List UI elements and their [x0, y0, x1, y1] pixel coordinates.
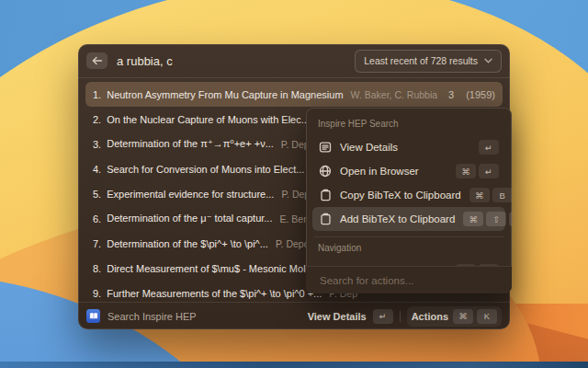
- result-authors: W. Baker, C. Rubbia: [351, 89, 438, 100]
- result-title: Determination of the $\pi^+ \to \pi^...: [107, 238, 268, 249]
- shortcut-key: K: [477, 309, 497, 324]
- shortcut-key: ⇧: [486, 212, 506, 226]
- result-citation-count: 3: [448, 89, 454, 100]
- menu-item-icon: [319, 141, 332, 154]
- inspire-hep-app-icon: [86, 309, 100, 323]
- menu-item-shortcut: ↵: [479, 140, 499, 155]
- back-button[interactable]: [86, 52, 107, 69]
- result-index: 8.: [93, 263, 101, 274]
- actions-shortcut-keys: ⌘K: [453, 309, 497, 324]
- result-index: 4.: [93, 164, 101, 175]
- result-meta: 3 (1959): [448, 89, 495, 100]
- menu-item-icon: [319, 165, 332, 178]
- result-title: Determination of the π⁺→π⁰+e+ +ν...: [107, 138, 274, 150]
- chevron-down-icon: [484, 58, 492, 63]
- menu-item-icon: [319, 189, 332, 201]
- actions-search-bar: [306, 266, 512, 293]
- menu-item-label: View Details: [340, 142, 398, 153]
- menu-section-label: Inspire HEP Search: [318, 119, 500, 129]
- search-header: a rubbia, c Least recent of 728 results: [78, 44, 510, 77]
- result-index: 5.: [93, 189, 101, 200]
- result-title: Neutron Asymmetry From Mu Capture in Mag…: [107, 89, 343, 100]
- actions-button[interactable]: Actions ⌘K: [407, 306, 502, 327]
- result-title: Experimental evidence for structure...: [107, 189, 274, 200]
- wallpaper-bottom-strip: [0, 362, 588, 368]
- footer-actions: View Details ↵ Actions ⌘K: [308, 306, 502, 327]
- primary-action-label[interactable]: View Details: [308, 311, 367, 322]
- actions-label: Actions: [412, 311, 448, 322]
- result-index: 3.: [93, 139, 101, 150]
- menu-item-label: Open in Browser: [340, 166, 419, 177]
- return-key-badge: ↵: [373, 309, 393, 324]
- menu-item[interactable]: Copy BibTeX to Clipboard ⌘B: [312, 183, 505, 207]
- result-year: (1959): [466, 89, 495, 100]
- menu-item[interactable]: View Details ↵: [312, 135, 505, 159]
- menu-section-label: Navigation: [318, 243, 500, 253]
- result-title: Direct Measurement of $\mu$ - Mesonic Mo…: [107, 263, 333, 274]
- menu-item-label: Copy BibTeX to Clipboard: [340, 190, 461, 201]
- results-sort-dropdown[interactable]: Least recent of 728 results: [355, 50, 502, 73]
- result-index: 7.: [93, 238, 101, 249]
- shortcut-key: B: [509, 212, 512, 226]
- menu-item-shortcut: ⌘B: [469, 188, 512, 202]
- footer-divider: [400, 311, 401, 322]
- dropdown-label: Least recent of 728 results: [364, 55, 478, 66]
- result-index: 9.: [93, 288, 101, 299]
- menu-item-icon: [319, 213, 332, 225]
- shortcut-key: ↵: [479, 140, 499, 155]
- window-footer: Search Inspire HEP View Details ↵ Action…: [78, 302, 510, 329]
- shortcut-key: B: [492, 188, 512, 202]
- result-index: 1.: [93, 89, 101, 100]
- result-title: On the Nuclear Capture of Muons with Ele…: [107, 114, 310, 125]
- result-title: Determination of the μ⁻ total captur...: [107, 213, 272, 224]
- actions-search-input[interactable]: [318, 274, 500, 287]
- command-name: Search Inspire HEP: [107, 311, 197, 322]
- shortcut-key: ↵: [479, 164, 499, 178]
- actions-menu: Inspire HEP Search View Details ↵ Open i…: [306, 108, 512, 293]
- menu-item-shortcut: ⌘↵: [456, 164, 499, 178]
- menu-items: View Details ↵ Open in Browser ⌘↵ Copy B…: [312, 135, 505, 231]
- menu-divider: [313, 236, 504, 237]
- shortcut-key: ⌘: [469, 188, 490, 202]
- shortcut-key: ⌘: [463, 212, 483, 226]
- menu-item[interactable]: Add BibTeX to Clipboard ⌘⇧B: [312, 207, 505, 231]
- result-index: 6.: [93, 213, 101, 224]
- shortcut-key: ⌘: [453, 309, 473, 324]
- menu-item-label: Add BibTeX to Clipboard: [340, 213, 455, 224]
- arrow-left-icon: [92, 56, 103, 65]
- shortcut-key: ⌘: [456, 164, 476, 178]
- result-index: 2.: [93, 114, 101, 125]
- menu-item[interactable]: Open in Browser ⌘↵: [312, 159, 505, 183]
- search-input[interactable]: a rubbia, c: [117, 54, 173, 68]
- result-title: Search for Conversion of Muons into Elec…: [107, 164, 304, 175]
- result-title: Further Measurements of the $\pi^+ \to \…: [107, 288, 322, 299]
- result-row[interactable]: 1. Neutron Asymmetry From Mu Capture in …: [85, 82, 503, 107]
- menu-item-shortcut: ⌘⇧B: [463, 212, 512, 226]
